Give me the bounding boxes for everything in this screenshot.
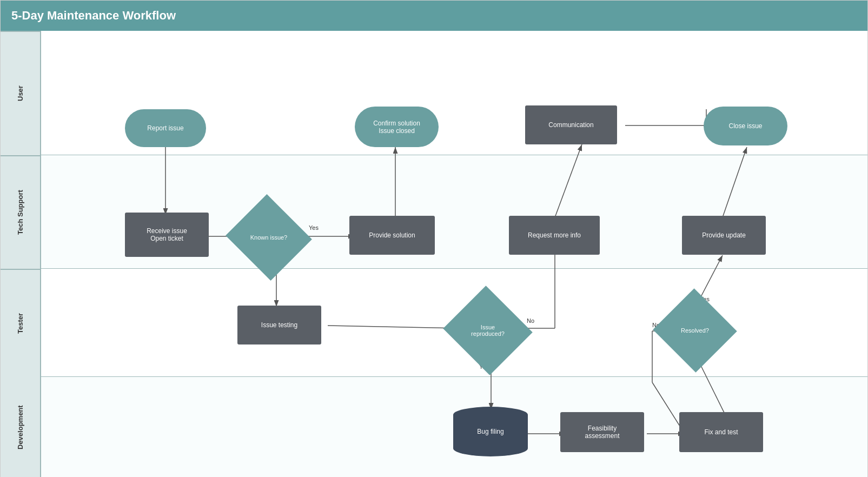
arrow-label-yes-known: Yes bbox=[309, 224, 319, 231]
known-issue-shape: Known issue? bbox=[237, 208, 301, 267]
feasibility-shape: Feasibility assessment bbox=[560, 412, 644, 452]
arrow-label-no-reproduced: No bbox=[527, 317, 534, 324]
lane-label-development: Development bbox=[1, 377, 40, 477]
request-more-info-shape: Request more info bbox=[509, 216, 600, 255]
close-issue-shape: Close issue bbox=[704, 107, 787, 145]
lane-label-tester: Tester bbox=[1, 269, 40, 377]
report-issue-shape: Report issue bbox=[125, 109, 206, 147]
canvas: Yes No No Yes Yes No Report issue Confir… bbox=[41, 31, 867, 477]
communication-shape: Communication bbox=[525, 105, 617, 144]
confirm-solution-shape: Confirm solution Issue closed bbox=[355, 107, 439, 147]
bug-filing-shape: Bug filing bbox=[453, 407, 528, 456]
fix-and-test-shape: Fix and test bbox=[679, 412, 763, 452]
diagram-body: User Tech Support Tester Development bbox=[1, 31, 867, 477]
issue-testing-shape: Issue testing bbox=[237, 306, 321, 345]
lane-label-user: User bbox=[1, 31, 40, 155]
diagram-wrapper: 5-Day Maintenance Workflow User Tech Sup… bbox=[0, 0, 868, 477]
provide-update-shape: Provide update bbox=[682, 216, 766, 255]
lane-label-tech: Tech Support bbox=[1, 155, 40, 269]
title-bar: 5-Day Maintenance Workflow bbox=[1, 1, 867, 31]
issue-reproduced-shape: Issue reproduced? bbox=[455, 300, 521, 361]
receive-issue-shape: Receive issue Open ticket bbox=[125, 213, 209, 257]
title-text: 5-Day Maintenance Workflow bbox=[11, 9, 176, 23]
provide-solution-shape: Provide solution bbox=[349, 216, 435, 255]
lane-labels: User Tech Support Tester Development bbox=[1, 31, 41, 477]
resolved-shape: Resolved? bbox=[665, 301, 725, 360]
